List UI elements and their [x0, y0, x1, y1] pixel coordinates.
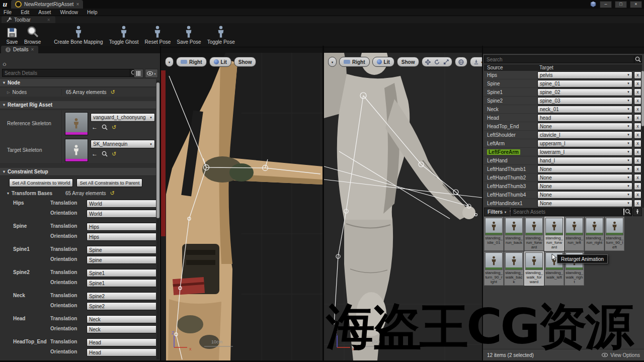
- viewport-options-button[interactable]: ▾: [328, 57, 337, 67]
- bone-mapping-row[interactable]: Spine spine_01 ▼ x: [484, 79, 642, 88]
- toolbar-tab[interactable]: Toolbar ×: [2, 16, 55, 23]
- camera-view-button[interactable]: Right: [339, 57, 370, 67]
- toolbar-action-button[interactable]: Toggle Ghost: [106, 25, 142, 46]
- target-bone-dropdown[interactable]: hand_l ▼: [537, 157, 632, 164]
- clear-mapping-button[interactable]: x: [634, 140, 641, 147]
- clear-mapping-button[interactable]: x: [634, 200, 641, 207]
- reset-to-default-icon[interactable]: ↺: [111, 89, 115, 96]
- translation-dropdown[interactable]: World: [87, 200, 156, 208]
- target-bone-dropdown[interactable]: spine_01 ▼: [537, 80, 632, 87]
- toolbar-action-button[interactable]: Reset Pose: [142, 25, 174, 46]
- clear-mapping-button[interactable]: x: [634, 191, 641, 199]
- target-bone-dropdown[interactable]: None ▼: [537, 174, 632, 182]
- rotate-tool-icon[interactable]: [434, 59, 440, 65]
- use-selected-icon[interactable]: ←: [92, 124, 98, 131]
- reset-to-default-icon[interactable]: ↺: [110, 190, 115, 197]
- translation-dropdown[interactable]: Neck: [87, 315, 156, 323]
- clear-mapping-button[interactable]: x: [634, 131, 641, 139]
- viewport-source-scene[interactable]: Z x 10cm: [161, 53, 323, 360]
- view-mode-button[interactable]: Lit: [372, 57, 394, 67]
- orientation-dropdown[interactable]: Neck: [87, 325, 156, 333]
- orientation-dropdown[interactable]: World: [87, 210, 156, 218]
- bone-search-input[interactable]: [484, 55, 634, 63]
- asset-tile[interactable]: standing_run_forward: [524, 217, 544, 251]
- bone-mapping-row[interactable]: Spine1 spine_02 ▼ x: [484, 88, 642, 97]
- asset-tile[interactable]: standing_turn_90_left: [605, 217, 624, 251]
- panel-splitter[interactable]: [160, 46, 161, 362]
- menu-item[interactable]: File: [4, 10, 12, 15]
- surface-snap-button[interactable]: ▾: [470, 57, 482, 67]
- target-bone-dropdown[interactable]: None ▼: [537, 123, 632, 130]
- viewport-source[interactable]: Z x 10cm ▾ Right Lit Show: [161, 53, 323, 360]
- clear-mapping-button[interactable]: x: [634, 106, 641, 113]
- orientation-dropdown[interactable]: Spine: [87, 256, 156, 264]
- minimize-button[interactable]: –: [600, 1, 612, 8]
- asset-tile[interactable]: standing_run_forward: [544, 217, 564, 251]
- reference-skeleton-dropdown[interactable]: vanguard_t_choonyung ▼: [91, 113, 155, 122]
- clear-mapping-button[interactable]: x: [634, 88, 641, 96]
- menu-item[interactable]: Edit: [21, 10, 29, 15]
- translation-dropdown[interactable]: Head: [87, 338, 156, 346]
- target-bone-dropdown[interactable]: clavicle_l ▼: [537, 131, 632, 139]
- details-search-input[interactable]: [2, 69, 130, 77]
- target-skeleton-dropdown[interactable]: SK_Mannequin ▼: [91, 140, 155, 148]
- target-bone-dropdown[interactable]: lowerarm_l ▼: [537, 148, 632, 156]
- bone-mapping-row[interactable]: LeftHandThumb3 None ▼ x: [484, 182, 642, 191]
- set-constraints-world-button[interactable]: Set All Constraints to World: [9, 178, 73, 187]
- asset-tile[interactable]: standing_run_right: [585, 217, 604, 251]
- close-button[interactable]: ×: [630, 1, 642, 8]
- section-header-rig-asset[interactable]: ▾ Retarget Rig Asset: [0, 101, 156, 109]
- visibility-filter-button[interactable]: ▾: [145, 69, 158, 78]
- move-tool-icon[interactable]: [425, 59, 431, 65]
- bone-mapping-row[interactable]: LeftHandThumb2 None ▼ x: [484, 173, 642, 182]
- asset-tile[interactable]: standing_run_back: [504, 217, 524, 251]
- asset-tab[interactable]: NewRetargetRigAsset ×: [11, 0, 83, 9]
- bone-mapping-row[interactable]: Hips pelvis ▼ x: [484, 71, 642, 79]
- orientation-dropdown[interactable]: Spine2: [87, 302, 156, 310]
- column-view-button[interactable]: [134, 69, 143, 78]
- browse-to-asset-icon[interactable]: [102, 151, 108, 157]
- clear-mapping-button[interactable]: x: [634, 183, 641, 190]
- translation-dropdown[interactable]: Hips: [87, 223, 156, 231]
- tab-close-icon[interactable]: ×: [31, 47, 34, 52]
- bone-mapping-row[interactable]: LeftHandIndex1 None ▼ x: [484, 199, 642, 208]
- target-bone-dropdown[interactable]: neck_01 ▼: [537, 106, 632, 113]
- menu-item[interactable]: Asset: [38, 10, 51, 15]
- asset-search-input[interactable]: [511, 208, 623, 216]
- clear-mapping-button[interactable]: x: [634, 114, 641, 122]
- maximize-button[interactable]: □: [615, 1, 627, 8]
- orientation-dropdown[interactable]: Head: [87, 348, 156, 356]
- asset-tile[interactable]: standing_run_left: [565, 217, 584, 251]
- translation-dropdown[interactable]: Spine1: [87, 269, 156, 277]
- asset-tile[interactable]: standing_turn_90_right: [484, 251, 504, 286]
- clear-mapping-button[interactable]: x: [634, 174, 641, 182]
- reset-to-default-icon[interactable]: ↺: [112, 124, 116, 131]
- viewport-splitter[interactable]: [323, 46, 324, 362]
- orientation-dropdown[interactable]: Hips: [87, 233, 156, 241]
- target-bone-dropdown[interactable]: spine_02 ▼: [537, 88, 632, 96]
- target-bone-dropdown[interactable]: None ▼: [537, 200, 632, 207]
- clear-mapping-button[interactable]: x: [634, 123, 641, 130]
- radio-circle-icon[interactable]: ○: [3, 60, 7, 68]
- target-bone-dropdown[interactable]: None ▼: [537, 191, 632, 199]
- target-skeleton-thumbnail[interactable]: [65, 139, 88, 162]
- browse-button[interactable]: Browse: [21, 25, 44, 46]
- menu-item[interactable]: Help: [87, 10, 98, 15]
- translation-dropdown[interactable]: Spine2: [87, 292, 156, 300]
- target-bone-dropdown[interactable]: None ▼: [537, 183, 632, 190]
- scale-tool-icon[interactable]: [443, 59, 449, 65]
- bone-mapping-row[interactable]: Neck neck_01 ▼ x: [484, 105, 642, 114]
- details-scrollbar[interactable]: [156, 80, 159, 359]
- filters-button[interactable]: Filters ▾: [484, 208, 510, 216]
- asset-tile[interactable]: standing_walk_forward: [524, 251, 544, 286]
- transform-tools-group[interactable]: [422, 57, 452, 67]
- set-constraints-parent-button[interactable]: Set All Constraints to Parent: [76, 178, 142, 187]
- bone-mapping-row[interactable]: LeftHand hand_l ▼ x: [484, 156, 642, 165]
- clear-mapping-button[interactable]: x: [634, 71, 641, 79]
- expander-icon[interactable]: ▾: [7, 191, 9, 196]
- clear-mapping-button[interactable]: x: [634, 148, 641, 156]
- camera-view-button[interactable]: Right: [176, 57, 207, 67]
- view-mode-button[interactable]: Lit: [209, 57, 231, 67]
- world-local-toggle-button[interactable]: [455, 57, 467, 67]
- reset-to-default-icon[interactable]: ↺: [112, 151, 116, 157]
